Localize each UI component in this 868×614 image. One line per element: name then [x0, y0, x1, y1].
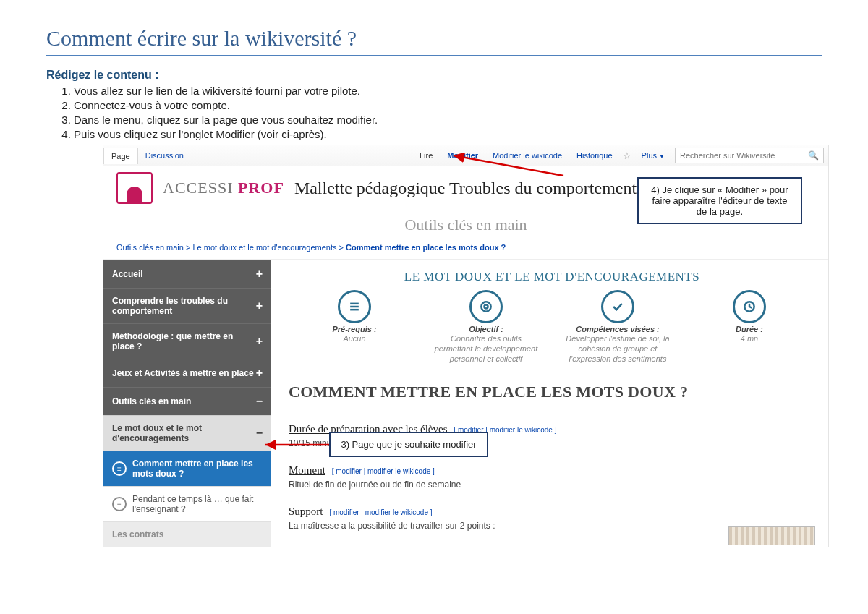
- edit-link[interactable]: [ modifier | modifier le wikicode ]: [332, 467, 435, 475]
- info-icons-row: Pré-requis :Aucun Objectif :Connaître de…: [289, 290, 815, 364]
- list-item: Vous allez sur le lien de la wikiversité…: [74, 85, 822, 97]
- plus-icon: +: [256, 335, 263, 348]
- tab-lire[interactable]: Lire: [412, 148, 440, 163]
- check-icon: [601, 290, 634, 323]
- main-content: LE MOT DOUX ET LE MOT D'ENCOURAGEMENTS P…: [271, 260, 828, 547]
- sidebar-item-pendant[interactable]: ≡Pendant ce temps là … que fait l'enseig…: [103, 486, 271, 521]
- sidebar-item-jeux[interactable]: Jeux et Activités à mettre en place+: [103, 359, 271, 387]
- tab-historique[interactable]: Historique: [569, 148, 620, 163]
- instruction-list: Vous allez sur le lien de la wikiversité…: [74, 85, 822, 140]
- svg-line-8: [454, 155, 563, 176]
- sidebar-item-methodologie[interactable]: Méthodologie : que mettre en place ?+: [103, 323, 271, 359]
- star-icon[interactable]: ☆: [620, 150, 634, 161]
- sidebar-item-motdoux[interactable]: Le mot doux et le mot d'encouragements−: [103, 415, 271, 451]
- list-item: Dans le menu, cliquez sur la page que vo…: [74, 114, 822, 126]
- article-title: Mallette pédagogique Troubles du comport…: [294, 179, 637, 198]
- svg-line-7: [749, 307, 752, 308]
- info-duree: Durée :4 mn: [695, 290, 804, 364]
- section-title: LE MOT DOUX ET LE MOT D'ENCOURAGEMENTS: [289, 270, 815, 284]
- sidebar-item-outils[interactable]: Outils clés en main−: [103, 387, 271, 415]
- content-heading: COMMENT METTRE EN PLACE LES MOTS DOUX ?: [289, 383, 815, 401]
- arrow-to-modifier: [449, 153, 565, 177]
- tab-page[interactable]: Page: [103, 148, 138, 164]
- clock-icon: [733, 290, 766, 323]
- plus-icon: +: [256, 268, 263, 281]
- breadcrumb: Outils clés en main > Le mot doux et le …: [103, 240, 828, 259]
- accessiprof-logo: [116, 172, 153, 204]
- target-icon: [469, 290, 503, 323]
- list-bullet-icon: ≡: [112, 461, 127, 476]
- info-competences: Compétences visées :Développer l'estime …: [563, 290, 672, 364]
- annotation-modifier: 4) Je clique sur « Modifier » pour faire…: [637, 177, 802, 224]
- search-input[interactable]: [676, 151, 804, 160]
- plus-icon: +: [256, 299, 263, 312]
- tab-discussion[interactable]: Discussion: [138, 148, 191, 163]
- info-prerequis: Pré-requis :Aucun: [300, 290, 409, 364]
- list-item: Puis vous cliquez sur l'onglet Modifier …: [74, 128, 822, 140]
- list-item: Connectez-vous à votre compte.: [74, 99, 822, 111]
- edit-link[interactable]: [ modifier | modifier le wikicode ]: [329, 508, 432, 516]
- svg-point-4: [485, 305, 488, 309]
- embedded-screenshot: Page Discussion Lire Modifier Modifier l…: [103, 145, 829, 547]
- minus-icon: −: [256, 395, 263, 408]
- page-title: Comment écrire sur la wikiversité ?: [46, 26, 822, 51]
- sidebar-item-accueil[interactable]: Accueil+: [103, 260, 271, 288]
- sidebar-item-comment-active[interactable]: ≡Comment mettre en place les mots doux ?: [103, 451, 271, 486]
- tab-plus[interactable]: Plus ▼: [634, 148, 672, 163]
- plus-icon: +: [256, 367, 263, 380]
- list-bullet-icon: ≡: [112, 497, 127, 511]
- info-objectif: Objectif :Connaître des outils permettan…: [432, 290, 540, 364]
- subsection-moment: Moment [ modifier | modifier le wikicode…: [289, 456, 815, 490]
- search-box[interactable]: 🔍: [675, 148, 824, 163]
- svg-point-3: [481, 302, 490, 311]
- sidebar-item-contrats[interactable]: Les contrats: [103, 521, 271, 547]
- brand-text: ACCESSI PROF: [163, 179, 284, 197]
- arrow-to-sidebar-item: [261, 438, 331, 451]
- list-icon: [338, 290, 371, 323]
- annotation-page: 3) Page que je souhaite modifier: [329, 432, 488, 457]
- sidebar: Accueil+ Comprendre les troubles du comp…: [103, 260, 271, 547]
- title-divider: [46, 55, 822, 56]
- sidebar-item-comprendre[interactable]: Comprendre les troubles du comportement+: [103, 288, 271, 323]
- section-heading: Rédigez le contenu :: [46, 69, 822, 82]
- image-thumbnail: [728, 526, 815, 545]
- search-icon[interactable]: 🔍: [804, 150, 823, 161]
